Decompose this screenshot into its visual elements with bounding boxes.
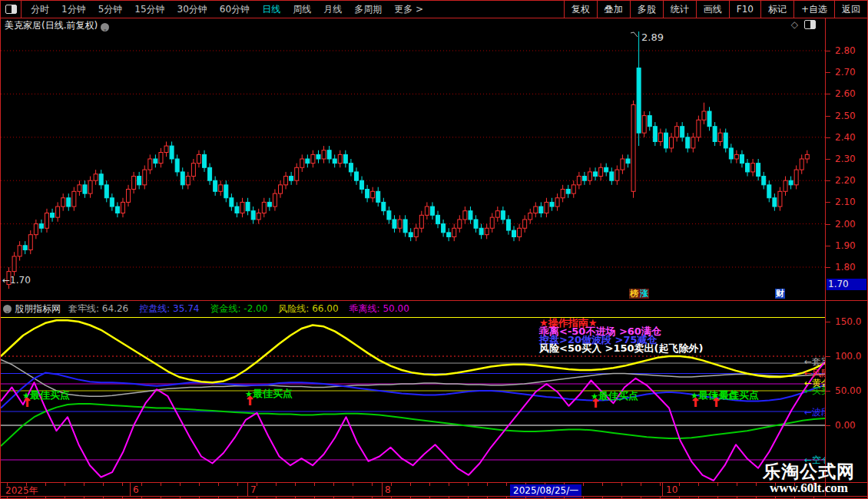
candle-body <box>485 228 489 234</box>
candle-body <box>398 220 402 228</box>
candle-body <box>121 202 124 213</box>
period-tab-6[interactable]: 日线 <box>262 1 280 18</box>
price-axis-highlight: 1.70 <box>827 279 866 290</box>
candle-body <box>463 211 467 220</box>
month-separator <box>247 483 248 496</box>
split-screen-icon[interactable] <box>804 20 816 29</box>
price-tick-label: 1.80 <box>835 262 856 273</box>
indicator-tick <box>826 425 830 426</box>
period-tab-0[interactable]: 分时 <box>31 1 49 18</box>
period-tab-9[interactable]: 多周期 <box>354 1 382 18</box>
indicator-tick-label: 150.0 <box>835 316 861 327</box>
price-tick <box>826 246 830 246</box>
buy-point-label: 最佳买点 <box>253 388 293 399</box>
edge-label-4: ←波段 <box>804 406 825 419</box>
candle-body <box>773 198 777 207</box>
edge-label-3: ←买卖 <box>804 385 825 398</box>
date-tick <box>141 483 142 486</box>
candle-body <box>327 150 331 159</box>
price-tick <box>826 116 830 117</box>
period-tab-8[interactable]: 月线 <box>323 1 342 18</box>
candle-body <box>571 185 575 193</box>
menu-item-3[interactable]: 统计 <box>663 1 696 18</box>
date-tick <box>737 483 737 486</box>
right-menu: 复权叠加多股统计画线F10标记+自选返回 <box>564 1 867 18</box>
menu-item-4[interactable]: 画线 <box>696 1 729 18</box>
date-tick <box>372 483 373 486</box>
diamond-icon[interactable]: ◇ <box>791 19 798 30</box>
candlestick-chart[interactable]: 2.89 <box>1 31 825 300</box>
date-tick <box>429 483 430 486</box>
period-tab-3[interactable]: 15分钟 <box>134 1 164 18</box>
menu-item-2[interactable]: 多股 <box>630 1 663 18</box>
watermark: 乐淘公式网 www.60lt.com <box>763 462 855 495</box>
stock-app-window: 分时1分钟5分钟15分钟30分钟60分钟日线周线月线多周期更多 > 复权叠加多股… <box>0 0 868 499</box>
candle-body <box>670 137 674 148</box>
period-tab-1[interactable]: 1分钟 <box>61 1 86 18</box>
candle-body <box>718 133 722 141</box>
menu-item-5[interactable]: F10 <box>729 1 760 18</box>
candle-body <box>34 224 38 235</box>
indicator-tick-label: 100.0 <box>835 351 861 362</box>
period-tab-5[interactable]: 60分钟 <box>220 1 250 18</box>
candle-body <box>279 185 283 193</box>
candle-body <box>360 180 364 189</box>
date-tick <box>122 483 123 486</box>
layout-icon[interactable] <box>1 1 22 18</box>
menu-item-7[interactable]: +自选 <box>793 1 834 18</box>
event-tag-1[interactable]: 涨 <box>639 289 649 299</box>
separator-line <box>1 300 868 301</box>
date-axis[interactable]: 2025年6782025/08/25/一10 <box>1 483 825 496</box>
candle-body <box>393 220 396 228</box>
candle-body <box>214 180 217 191</box>
period-tab-2[interactable]: 5分钟 <box>98 1 123 18</box>
candle-body <box>615 170 619 180</box>
candle-body <box>599 167 603 176</box>
event-tag-0[interactable]: 榜 <box>629 289 639 299</box>
chevron-down-icon[interactable]: ˬ <box>101 23 109 31</box>
menu-item-1[interactable]: 叠加 <box>597 1 630 18</box>
candle-body <box>219 185 223 191</box>
candle-body <box>39 224 43 229</box>
event-tag-2[interactable]: 财 <box>775 289 785 299</box>
candle-body <box>148 159 152 170</box>
candle-body <box>414 228 418 236</box>
price-tick <box>826 267 830 268</box>
split-window-icon <box>5 5 17 14</box>
candle-body <box>382 202 386 210</box>
price-tick-label: 2.30 <box>835 154 856 164</box>
date-tick <box>237 483 238 486</box>
candle-body <box>284 177 288 185</box>
up-arrow-icon: ↑ <box>22 395 31 410</box>
indicator-param-0: 套牢线: 64.26 <box>68 303 128 314</box>
candle-body <box>664 133 668 148</box>
candle-body <box>447 233 451 237</box>
candle-body <box>316 154 320 159</box>
candle-body <box>56 207 60 217</box>
indicator-name: 股朋指标网 <box>15 302 61 316</box>
price-tick <box>826 137 830 138</box>
price-tick <box>826 94 830 94</box>
period-tab-4[interactable]: 30分钟 <box>177 1 207 18</box>
menu-item-6[interactable]: 标记 <box>760 1 793 18</box>
candle-body <box>246 202 250 210</box>
menu-item-0[interactable]: 复权 <box>564 1 597 18</box>
price-tick-label: 2.00 <box>835 219 856 230</box>
candle-body <box>18 246 22 256</box>
candle-body <box>681 127 684 137</box>
candle-body <box>648 116 651 127</box>
period-tab-7[interactable]: 周线 <box>293 1 311 18</box>
price-tick-label: 2.40 <box>835 132 856 143</box>
period-tab-10[interactable]: 更多 > <box>394 1 423 18</box>
candle-body <box>322 150 326 159</box>
buy-point-label: 最佳买点 <box>30 389 70 401</box>
collapse-icon[interactable]: ˬ <box>3 305 12 313</box>
candle-body <box>99 174 103 185</box>
candle-body <box>290 177 293 181</box>
date-tick <box>65 483 65 486</box>
high-price-label: 2.89 <box>641 31 664 43</box>
menu-item-8[interactable]: 返回 <box>834 1 867 18</box>
indicator-param-1: 控盘线: 35.74 <box>139 303 199 314</box>
up-arrow-icon: ↑ <box>690 395 700 410</box>
candle-body <box>240 202 244 213</box>
